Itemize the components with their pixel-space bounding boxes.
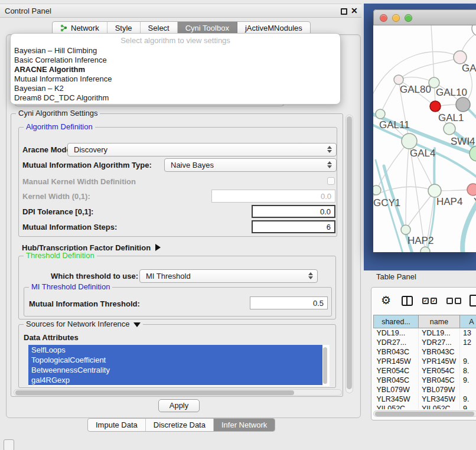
settings-horizontal-scrollbar[interactable]	[14, 389, 342, 396]
network-node-y[interactable]	[467, 184, 476, 195]
table-panel: ⚙ ✓✓ shared... name A YDL19...YDL19...13…	[371, 287, 476, 420]
table-row[interactable]: YLR345WYLR345W9.	[374, 394, 476, 404]
network-canvas[interactable]: GALGAL80GAL10GAL1GAL11SWI4GAL4GCY1HAP4YH…	[373, 25, 476, 252]
network-node-label: HAP2	[407, 235, 433, 246]
dpi-tolerance-value: 0.0	[320, 207, 331, 216]
table-row[interactable]: YBL079WYBL079W	[374, 385, 476, 394]
network-node[interactable]	[430, 101, 441, 112]
network-node-gal80[interactable]	[394, 75, 403, 84]
sources-title: Sources for Network Inference	[26, 319, 130, 328]
tab-network[interactable]: Network	[53, 22, 107, 34]
network-node-gcy1[interactable]	[373, 185, 381, 195]
kernel-width-field[interactable]: 0.0	[211, 190, 335, 203]
network-node-gal1[interactable]	[444, 123, 455, 135]
table-cell: YLR345W	[374, 394, 419, 404]
tab-cyni-toolbox[interactable]: Cyni Toolbox	[178, 22, 237, 34]
mi-threshold-field[interactable]: 0.5	[250, 296, 328, 309]
tab-discretize-data[interactable]: Discretize Data	[146, 419, 214, 431]
network-node-label: SWI4	[451, 136, 475, 147]
traffic-light-zoom-button[interactable]	[405, 14, 412, 22]
aracne-mode-select[interactable]: Discovery	[67, 143, 337, 156]
tab-label: Infer Network	[221, 420, 267, 429]
network-node[interactable]	[456, 97, 470, 112]
tab-jactivemnodules[interactable]: jActiveMNodules	[237, 22, 310, 34]
table-horizontal-scrollbar[interactable]	[373, 410, 476, 417]
network-node-gal[interactable]	[454, 51, 467, 64]
float-panel-icon[interactable]	[341, 8, 347, 15]
network-node[interactable]	[472, 25, 476, 36]
close-icon[interactable]: ✕	[351, 6, 358, 15]
select-all-icon[interactable]: ✓✓	[422, 298, 437, 304]
data-attributes-list[interactable]: SelfLoopsTopologicalCoefficientBetweenne…	[28, 345, 330, 386]
column-header-partial[interactable]: A	[460, 315, 476, 328]
mi-type-label: Mutual Information Algorithm Type:	[22, 161, 152, 169]
apply-button[interactable]: Apply	[158, 399, 200, 412]
manual-kernel-width-label: Manual Kernel Width Definition	[22, 177, 136, 186]
mi-threshold-definition-group: MI Threshold Definition Mutual Informati…	[24, 287, 332, 317]
column-header-shared-name[interactable]: shared...	[374, 315, 419, 328]
manual-kernel-width-checkbox[interactable]	[327, 177, 335, 185]
network-node-label: GAL4	[410, 148, 435, 159]
which-threshold-label: Which threshold to use:	[51, 272, 138, 281]
settings-group-title: Cyni Algorithm Settings	[16, 109, 100, 118]
network-node[interactable]	[420, 247, 430, 252]
table-cell: YIL052C	[419, 404, 460, 410]
algorithm-dropdown-list: Bayesian – Hill ClimbingBasic Correlatio…	[11, 46, 340, 103]
table-cell	[460, 347, 476, 357]
network-node-label: GAL80	[400, 84, 431, 95]
new-table-icon[interactable]	[470, 295, 476, 306]
dpi-tolerance-field[interactable]: 0.0	[252, 205, 335, 218]
settings-gear-icon[interactable]: ⚙	[381, 295, 391, 306]
collapse-down-icon	[133, 322, 141, 327]
data-attribute-item[interactable]: BetweennessCentrality	[28, 365, 322, 375]
tab-style[interactable]: Style	[107, 22, 141, 34]
table-row[interactable]: YER054CYER054C8.	[374, 366, 476, 376]
column-header-name[interactable]: name	[419, 315, 460, 328]
table-cell: YDL19...	[419, 328, 460, 338]
tab-select[interactable]: Select	[141, 22, 178, 34]
kernel-width-label: Kernel Width (0,1):	[22, 192, 90, 201]
algorithm-definition-group: Algorithm Definition Aracne Mode: Discov…	[18, 127, 337, 237]
network-node-gal11[interactable]	[376, 109, 385, 119]
table-row[interactable]: YBR045CYBR045C9.	[374, 376, 476, 385]
table-row[interactable]: YIL052CYIL052C9.	[374, 404, 476, 410]
tab-impute-data[interactable]: Impute Data	[88, 419, 146, 431]
sources-collapse-toggle[interactable]: Sources for Network Inference	[24, 319, 143, 328]
data-attribute-item[interactable]: gal4RGexp	[28, 375, 322, 385]
algorithm-option[interactable]: Basic Correlation Inference	[11, 56, 340, 65]
network-node-gal4[interactable]	[402, 133, 417, 149]
table-cell: YBR043C	[419, 347, 460, 357]
table-row[interactable]: YPR145WYPR145W9.	[374, 357, 476, 366]
network-window-titlebar[interactable]	[373, 9, 476, 25]
algorithm-option[interactable]: Bayesian – Hill Climbing	[11, 46, 340, 56]
mi-steps-label: Mutual Information Steps:	[22, 223, 117, 231]
algorithm-dropdown-placeholder: Select algorithm to view settings	[11, 35, 340, 46]
algorithm-option[interactable]: Dream8 DC_TDC Algorithm	[11, 93, 340, 103]
settings-vertical-scrollbar[interactable]	[345, 115, 353, 393]
algorithm-option[interactable]: Mutual Information Inference	[11, 74, 340, 84]
table-row[interactable]: YDR27...YDR27...12	[374, 338, 476, 347]
mi-threshold-label: Mutual Information Threshold:	[29, 299, 140, 308]
table-row[interactable]: YDL19...YDL19...13	[374, 328, 476, 338]
deselect-all-icon[interactable]	[446, 298, 461, 304]
table-row[interactable]: YBR043CYBR043C	[374, 347, 476, 357]
traffic-light-close-button[interactable]	[380, 14, 387, 22]
data-attribute-item[interactable]: SelfLoops	[28, 345, 322, 355]
mi-steps-field[interactable]: 6	[252, 220, 335, 233]
data-attribute-item[interactable]: TopologicalCoefficient	[28, 355, 322, 365]
algorithm-option[interactable]: ARACNE Algorithm	[11, 65, 340, 74]
column-view-icon[interactable]	[402, 296, 413, 306]
network-node-swi4[interactable]	[470, 146, 476, 161]
tab-infer-network[interactable]: Infer Network	[214, 419, 275, 431]
which-threshold-select[interactable]: MI Threshold	[139, 269, 318, 283]
restore-panel-button[interactable]	[4, 439, 14, 450]
traffic-light-minimize-button[interactable]	[392, 14, 400, 22]
mi-algorithm-type-select[interactable]: Naive Bayes	[164, 158, 337, 172]
algorithm-option[interactable]: Bayesian – K2	[11, 84, 340, 93]
table-cell: 9.	[460, 404, 476, 410]
table-cell: YLR345W	[419, 394, 460, 404]
network-node-hap4[interactable]	[428, 184, 441, 197]
list-scrollbar[interactable]	[323, 347, 327, 384]
table-cell: YER054C	[374, 366, 419, 376]
network-node-hap2[interactable]	[401, 225, 410, 234]
